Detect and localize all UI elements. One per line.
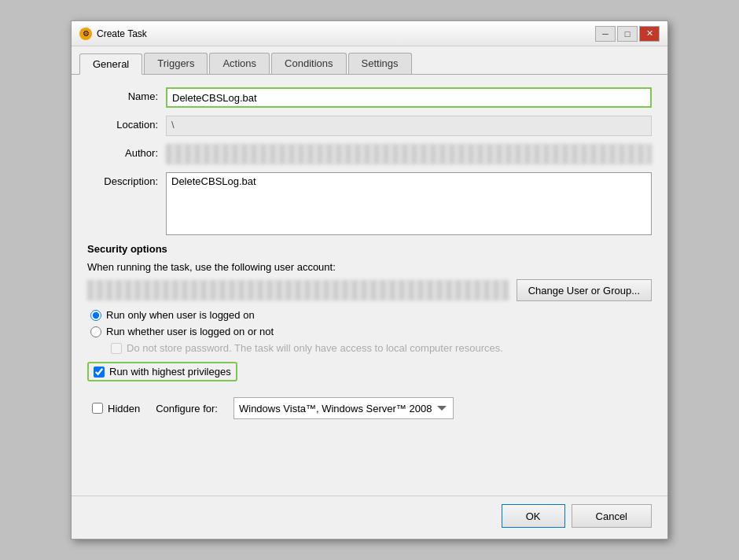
no-store-password-row: Do not store password. The task will onl… [87,342,652,354]
location-value: \ [166,116,652,136]
create-task-dialog: ⚙ Create Task ─ □ ✕ General Triggers Act… [71,20,668,540]
description-label: Description: [87,172,166,187]
dialog-title: Create Task [97,28,147,39]
location-label: Location: [87,116,166,131]
location-row: Location: \ [87,116,652,136]
task-icon: ⚙ [79,28,92,40]
close-button[interactable]: ✕ [639,26,660,42]
configure-for-select[interactable]: Windows Vista™, Windows Server™ 2008Wind… [233,397,454,419]
name-input[interactable] [166,87,652,108]
radio-logged-on-row: Run only when user is logged on [87,309,652,321]
hidden-label: Hidden [108,403,140,414]
no-store-password-label: Do not store password. The task will onl… [127,342,503,354]
description-row: Description: [87,172,652,235]
tabs-container: General Triggers Actions Conditions Sett… [72,46,667,75]
title-bar: ⚙ Create Task ─ □ ✕ [72,21,667,46]
dialog-footer: OK Cancel [72,496,667,539]
minimize-button[interactable]: ─ [595,26,616,42]
run-highest-wrapper: Run with highest privileges [87,362,652,386]
no-store-password-checkbox[interactable] [111,343,122,354]
radio-logged-on-or-not-label: Run whether user is logged on or not [106,326,274,337]
user-account-row: Change User or Group... [87,279,652,301]
tab-conditions[interactable]: Conditions [271,53,346,74]
radio-logged-on[interactable] [90,310,101,321]
tab-actions[interactable]: Actions [209,53,270,74]
name-row: Name: [87,87,652,108]
description-input[interactable] [166,172,652,235]
author-label: Author: [87,144,166,159]
content-area: Name: Location: \ Author: Description: S… [72,75,667,496]
radio-logged-on-label: Run only when user is logged on [106,309,255,321]
tab-triggers[interactable]: Triggers [144,53,208,74]
radio-logged-on-or-not[interactable] [90,326,101,337]
ok-button[interactable]: OK [502,504,565,528]
configure-for-label: Configure for: [156,403,218,414]
tab-general[interactable]: General [79,53,142,75]
tab-settings[interactable]: Settings [348,53,412,74]
author-value-blurred [166,144,652,164]
author-row: Author: [87,144,652,164]
hidden-configure-row: Hidden Configure for: Windows Vista™, Wi… [87,397,652,419]
cancel-button[interactable]: Cancel [572,504,652,528]
run-highest-label: Run with highest privileges [109,366,231,378]
title-bar-left: ⚙ Create Task [79,28,147,40]
hidden-checkbox[interactable] [92,403,103,414]
radio-logged-on-or-not-row: Run whether user is logged on or not [87,326,652,337]
name-label: Name: [87,87,166,102]
user-account-label: When running the task, use the following… [87,261,652,273]
run-highest-checkbox[interactable] [94,367,105,378]
security-section-title: Security options [87,243,652,255]
change-user-button[interactable]: Change User or Group... [517,279,652,301]
hidden-row: Hidden [87,403,140,414]
user-account-value [87,280,509,300]
run-highest-row: Run with highest privileges [87,362,237,381]
title-bar-controls: ─ □ ✕ [595,26,660,42]
security-section: Security options When running the task, … [87,243,652,419]
maximize-button[interactable]: □ [617,26,638,42]
